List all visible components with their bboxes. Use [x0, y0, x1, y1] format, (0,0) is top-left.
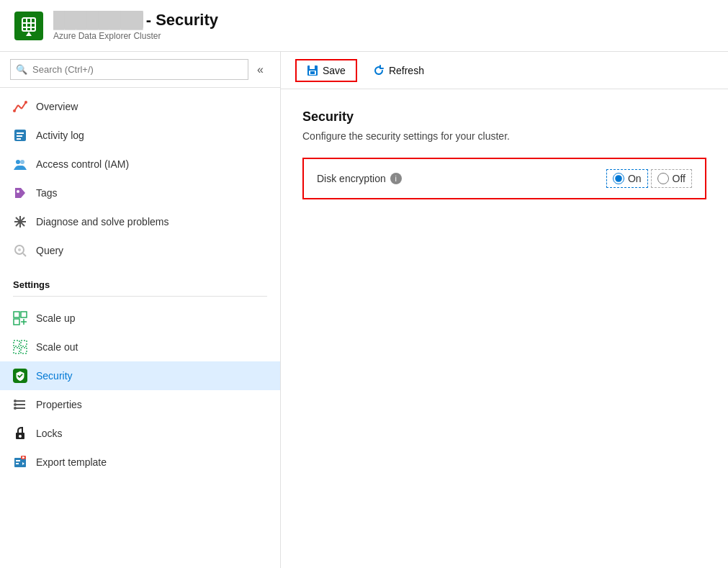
svg-rect-26 — [14, 348, 19, 353]
sidebar-item-label: Properties — [36, 399, 82, 410]
query-icon — [13, 243, 27, 258]
sidebar-item-scale-out[interactable]: Scale out — [0, 333, 280, 361]
sidebar-item-label: Overview — [36, 101, 78, 112]
section-title: Security — [302, 109, 706, 125]
nav-divider — [13, 296, 267, 297]
svg-point-32 — [14, 400, 17, 402]
svg-rect-44 — [310, 66, 315, 69]
sidebar-item-label: Security — [36, 370, 73, 382]
header-text: ████████- Security Azure Data Explorer C… — [53, 11, 218, 41]
search-icon: 🔍 — [16, 64, 27, 75]
svg-rect-21 — [14, 312, 19, 317]
sidebar-item-label: Tags — [36, 187, 58, 199]
sidebar-item-label: Activity log — [36, 130, 84, 141]
sidebar-item-label: Query — [36, 245, 63, 256]
overview-icon — [13, 99, 27, 114]
settings-section-label: Settings — [0, 269, 280, 293]
disk-encryption-label: Disk encryption i — [317, 173, 606, 184]
content-body: Security Configure the security settings… — [281, 89, 728, 568]
content-area: Save Refresh Security Configure the secu… — [281, 52, 728, 568]
sidebar: 🔍 « Overview — [0, 52, 281, 568]
search-input[interactable] — [10, 59, 248, 80]
sidebar-item-label: Access control (IAM) — [36, 158, 129, 170]
svg-point-12 — [20, 160, 24, 164]
sidebar-item-security[interactable]: Security — [0, 361, 280, 390]
properties-icon — [13, 397, 27, 412]
svg-rect-9 — [17, 135, 22, 137]
sidebar-item-export-template[interactable]: Export template — [0, 448, 280, 477]
header: ████████- Security Azure Data Explorer C… — [0, 0, 728, 52]
svg-rect-38 — [16, 460, 20, 461]
sidebar-item-label: Locks — [36, 428, 63, 439]
svg-rect-46 — [310, 71, 315, 74]
sidebar-item-activity-log[interactable]: Activity log — [0, 121, 280, 150]
svg-point-34 — [14, 407, 17, 410]
svg-point-20 — [18, 248, 21, 251]
svg-point-11 — [16, 160, 20, 164]
nav-list: Overview Activity log — [0, 88, 280, 269]
svg-point-13 — [17, 190, 19, 193]
save-icon — [307, 65, 318, 76]
svg-point-33 — [14, 403, 17, 406]
sidebar-item-locks[interactable]: Locks — [0, 419, 280, 448]
svg-point-6 — [24, 101, 27, 104]
activity-log-icon — [13, 128, 27, 143]
page-subtitle: Azure Data Explorer Cluster — [53, 31, 218, 41]
sidebar-item-label: Scale up — [36, 312, 75, 324]
sidebar-item-label: Diagnose and solve problems — [36, 216, 168, 227]
toolbar: Save Refresh — [281, 52, 728, 89]
locks-icon — [13, 426, 27, 441]
svg-rect-24 — [14, 341, 19, 346]
disk-encryption-on-radio[interactable] — [613, 173, 624, 184]
sidebar-item-diagnose[interactable]: Diagnose and solve problems — [0, 207, 280, 236]
svg-line-19 — [23, 253, 26, 256]
sidebar-item-access-control[interactable]: Access control (IAM) — [0, 150, 280, 179]
sidebar-item-label: Scale out — [36, 341, 78, 353]
scale-up-icon — [13, 311, 27, 325]
refresh-button[interactable]: Refresh — [363, 60, 434, 81]
disk-encryption-row: Disk encryption i On Off — [302, 158, 706, 199]
svg-line-3 — [18, 105, 22, 109]
settings-nav-list: Scale up Scale out — [0, 299, 280, 481]
disk-encryption-off-option[interactable]: Off — [651, 169, 692, 188]
save-button[interactable]: Save — [295, 59, 357, 82]
svg-rect-39 — [16, 463, 19, 464]
sidebar-item-query[interactable]: Query — [0, 236, 280, 265]
tags-icon — [13, 186, 27, 200]
disk-encryption-radio-group: On Off — [606, 169, 692, 188]
access-control-icon — [13, 157, 27, 171]
info-icon[interactable]: i — [390, 173, 402, 184]
security-nav-icon — [13, 369, 27, 383]
svg-rect-10 — [17, 138, 21, 140]
page-title: ████████- Security — [53, 11, 218, 30]
sidebar-item-scale-up[interactable]: Scale up — [0, 304, 280, 333]
sidebar-item-tags[interactable]: Tags — [0, 179, 280, 207]
sidebar-item-overview[interactable]: Overview — [0, 92, 280, 121]
scale-out-icon — [13, 340, 27, 354]
search-bar: 🔍 « — [0, 52, 280, 88]
refresh-icon — [373, 65, 385, 76]
sidebar-item-properties[interactable]: Properties — [0, 390, 280, 419]
svg-point-5 — [13, 109, 16, 112]
svg-rect-27 — [21, 348, 27, 353]
section-description: Configure the security settings for your… — [302, 130, 706, 142]
svg-rect-22 — [21, 312, 27, 317]
svg-point-36 — [19, 435, 22, 438]
diagnose-icon — [13, 215, 27, 229]
svg-rect-25 — [21, 341, 27, 346]
app-logo-icon — [14, 12, 43, 40]
main-layout: 🔍 « Overview — [0, 52, 728, 568]
export-template-icon — [13, 455, 27, 469]
sidebar-item-label: Export template — [36, 456, 107, 468]
collapse-button[interactable]: « — [254, 62, 266, 78]
disk-encryption-off-radio[interactable] — [657, 173, 669, 184]
svg-rect-23 — [14, 319, 19, 325]
disk-encryption-on-option[interactable]: On — [606, 169, 648, 188]
svg-rect-8 — [17, 132, 24, 134]
